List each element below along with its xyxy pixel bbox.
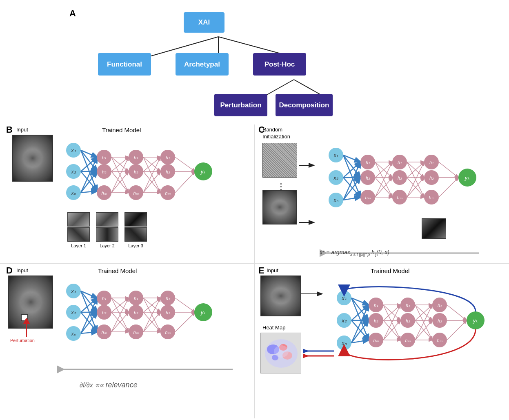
svg-text:hₘ: hₘ	[133, 191, 138, 196]
svg-text:h₂: h₂	[398, 176, 402, 180]
svg-text:hₘ: hₘ	[101, 191, 107, 196]
label-b: B	[6, 124, 13, 135]
formula-d: ∂f/∂x ∝∝ relevance	[80, 381, 138, 389]
node-functional: Functional	[98, 53, 151, 76]
svg-text:h₂: h₂	[102, 310, 107, 315]
nn-d-svg: x₁ x₂ xₙ h₁ h₂ hₘ h₁ h₂	[57, 276, 233, 349]
heatmap-label-e: Heat Map	[262, 324, 285, 331]
svg-line-116	[439, 178, 458, 197]
svg-text:yₖ: yₖ	[473, 318, 478, 324]
svg-text:xₙ: xₙ	[333, 198, 338, 203]
node-perturbation: Perturbation	[214, 94, 267, 116]
svg-line-19	[81, 191, 97, 193]
svg-text:h₁: h₁	[134, 296, 138, 301]
node-decomposition: Decomposition	[276, 94, 333, 116]
input-mri-b	[12, 135, 53, 182]
svg-text:x₁: x₁	[71, 288, 76, 294]
svg-text:h₁: h₁	[398, 160, 402, 165]
svg-text:x₁: x₁	[341, 295, 347, 301]
svg-text:xₙ: xₙ	[71, 190, 76, 196]
svg-text:h₂: h₂	[374, 318, 378, 323]
input-label-d: Input	[16, 267, 28, 273]
section-c-panel: C Random Initialization ⋮	[256, 124, 505, 263]
layer3-label: Layer 3	[124, 243, 147, 248]
svg-text:hₘ: hₘ	[165, 191, 170, 196]
svg-line-238	[447, 305, 467, 320]
svg-text:hₘ: hₘ	[437, 338, 442, 343]
svg-text:h₂: h₂	[406, 318, 410, 323]
svg-text:hₘ: hₘ	[133, 330, 138, 335]
random-init-label: Random Initialization	[262, 127, 303, 140]
svg-text:x₁: x₁	[71, 147, 76, 153]
section-b-panel: B Input Trained Model x₁ x₂ xₙ	[4, 124, 253, 263]
svg-text:h₁: h₁	[102, 296, 106, 301]
svg-line-56	[175, 157, 195, 171]
noise-img-c	[262, 143, 297, 178]
svg-text:h₂: h₂	[134, 169, 138, 174]
section-d-panel: D Input Perturbation Trained Model	[4, 265, 253, 416]
layer2-label: Layer 2	[96, 243, 118, 248]
input-mri-c	[262, 190, 297, 224]
svg-text:yₖ: yₖ	[465, 175, 470, 181]
svg-line-172	[175, 298, 195, 312]
node-xai: XAI	[184, 12, 224, 33]
svg-text:x₂: x₂	[71, 169, 76, 175]
nn-e-svg: x₁ x₂ xₙ h₁ h₂ hₘ h₁ h₂	[328, 276, 503, 398]
svg-text:h₁: h₁	[102, 155, 106, 160]
svg-text:h₁: h₁	[134, 155, 138, 160]
svg-text:hₘ: hₘ	[373, 338, 378, 343]
svg-text:x₂: x₂	[341, 318, 347, 324]
section-e-panel: E Input Heat Map	[256, 265, 505, 416]
svg-text:h₁: h₁	[406, 303, 410, 308]
node-posthoc: Post-Hoc	[253, 53, 306, 76]
svg-text:h₁: h₁	[166, 155, 170, 160]
arrows-c	[297, 143, 318, 233]
svg-text:h₂: h₂	[438, 318, 442, 323]
result-img-c	[422, 218, 446, 239]
section-a-panel: A XAI Functional Archetypal Post-Hoc Per…	[65, 4, 371, 122]
trained-model-label-e: Trained Model	[371, 267, 409, 274]
svg-line-201	[351, 340, 369, 343]
svg-text:h₂: h₂	[134, 310, 138, 315]
svg-text:hₘ: hₘ	[397, 195, 402, 200]
svg-text:h₂: h₂	[166, 169, 170, 174]
svg-text:hₘ: hₘ	[101, 330, 107, 335]
svg-line-240	[447, 320, 467, 340]
svg-text:x₂: x₂	[71, 309, 76, 316]
nn-b-svg: x₁ x₂ xₙ h₁ h₂ hₘ h₁ h₂	[57, 135, 229, 208]
trained-model-label-b: Trained Model	[102, 127, 141, 133]
heatmap-img-e	[260, 333, 301, 373]
svg-line-174	[175, 312, 195, 332]
perturbation-label-d: Perturbation	[10, 338, 35, 343]
svg-line-77	[343, 197, 360, 200]
svg-text:hₘ: hₘ	[405, 338, 410, 343]
svg-text:x₁: x₁	[333, 153, 338, 158]
svg-text:h₂: h₂	[166, 310, 170, 315]
vertical-divider	[254, 124, 255, 418]
layer1-label: Layer 1	[67, 243, 90, 248]
svg-text:h₁: h₁	[438, 303, 442, 308]
nn-c-svg: x₁ x₂ xₙ h₁ h₂ hₘ h₁ h₂	[320, 133, 491, 231]
label-d: D	[6, 265, 13, 276]
svg-text:xₙ: xₙ	[71, 331, 76, 337]
label-e: E	[258, 265, 265, 276]
input-mri-e	[260, 276, 301, 316]
svg-text:x₂: x₂	[333, 175, 339, 181]
svg-text:hₘ: hₘ	[165, 330, 170, 335]
svg-text:hₘ: hₘ	[429, 195, 434, 200]
return-arrow-d	[57, 361, 237, 378]
svg-line-135	[81, 332, 97, 333]
layer-images-b: Layer 1 Layer 2 Layer 3	[67, 212, 147, 248]
svg-text:h₂: h₂	[366, 176, 370, 180]
svg-point-184	[274, 345, 289, 358]
svg-text:xₙ: xₙ	[341, 340, 347, 346]
svg-text:h₂: h₂	[102, 169, 107, 174]
input-label-e: Input	[267, 267, 278, 273]
svg-text:h₁: h₁	[429, 160, 433, 165]
svg-text:h₁: h₁	[374, 303, 378, 308]
svg-text:yₖ: yₖ	[200, 309, 206, 316]
svg-text:h₁: h₁	[166, 296, 170, 301]
input-label-b: Input	[16, 127, 28, 133]
svg-text:hₘ: hₘ	[365, 195, 370, 200]
svg-text:h₁: h₁	[366, 160, 370, 165]
